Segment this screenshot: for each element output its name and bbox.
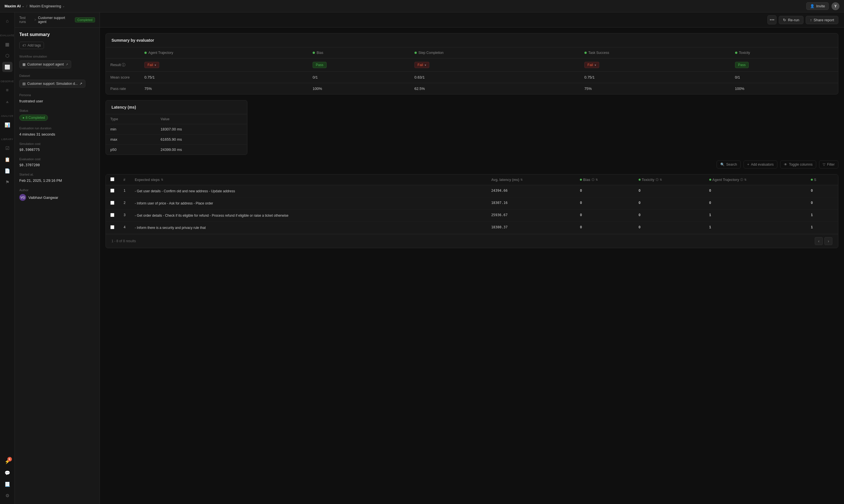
row-avg-latency: 24394.66 [487,185,575,197]
invite-button[interactable]: 👤 Invite [806,2,829,10]
pass-rate-label: Pass rate [110,87,135,91]
row-result: Result ⓘ Fail ▾ Pass Fail ▾ Fail ▾ Pass [106,58,838,72]
share-report-button[interactable]: ↑ Share report [806,16,838,24]
search-button[interactable]: 🔍 Search [717,161,741,168]
toggle-columns-label: Toggle columns [789,163,812,166]
row-agent-trajectory: 1 [705,210,807,222]
toxicity-col-info: ⓘ [656,178,659,182]
bias-col-sort[interactable]: ⇅ [595,178,598,181]
col-agent-label: Agent Trajectory [148,51,173,55]
prev-page-button[interactable]: ‹ [815,237,823,245]
nav-icon-analyze[interactable]: 📊 [2,120,13,130]
breadcrumb-test-runs[interactable]: Test runs [19,16,33,24]
select-all-checkbox[interactable] [110,177,114,181]
row-checkbox[interactable] [110,225,114,229]
add-evaluators-button[interactable]: + Add evaluators [743,161,777,168]
author-name: Vaibhavi Gangwar [29,195,58,200]
brand-chevron-icon: ⌄ [22,4,24,8]
latency-min-type: min [106,124,156,134]
plus-icon: + [747,163,749,166]
toxicity-col-sort[interactable]: ⇅ [660,178,662,181]
passrate-toxicity: 100% [731,83,838,94]
nav-icon-library-1[interactable]: ☑ [2,143,13,153]
nav-icon-home[interactable]: ⌂ [2,16,13,26]
row-agent-trajectory: 0 [705,197,807,210]
filter-label: Filter [827,163,834,166]
result-pass-toxicity: Pass [735,62,749,68]
row-extra: 1 [806,210,838,222]
dataset-chip[interactable]: ▤ Customer support: Simulation d... ↗ [19,80,85,88]
dataset-label: Dataset [19,74,95,77]
toxicity-col-dot [639,179,641,181]
agent-traj-sort[interactable]: ⇅ [744,178,747,181]
author-avatar: VG [19,194,26,201]
more-button[interactable]: ••• [767,15,776,24]
project-chevron-icon: ⌄ [62,4,65,8]
icon-nav: ⌂ EVALUATE ▦ ⬡ ⬜ OBSERVE ≡ ⟁ ANALYZE 📊 L… [0,13,15,504]
next-page-button[interactable]: › [824,237,832,245]
nav-icon-library-4[interactable]: ⚑ [2,177,13,187]
table-row[interactable]: 2 - Inform user of price - Ask for addre… [106,197,838,210]
nav-icon-notifications[interactable]: ⚡ 5 [2,456,13,467]
nav-icon-evaluate-2[interactable]: ⬡ [2,51,13,61]
filter-icon-task[interactable]: ▾ [595,64,596,67]
row-checkbox[interactable] [110,213,114,217]
row-toxicity: 0 [634,210,705,222]
nav-icon-docs[interactable]: 📃 [2,479,13,489]
nav-icon-chat[interactable]: 💬 [2,468,13,478]
row-bias: 0 [575,222,634,234]
filter-button[interactable]: ▽ Filter [819,161,838,168]
row-checkbox[interactable] [110,188,114,193]
agent-traj-info: ⓘ [740,178,743,182]
workflow-label: Workflow simulation [19,55,95,58]
avg-latency-sort[interactable]: ⇅ [520,178,523,181]
add-tags-button[interactable]: 🏷 Add tags [19,42,44,49]
expected-steps-sort[interactable]: ⇅ [161,178,163,181]
filter-icon-step[interactable]: ▾ [425,64,426,67]
filter-icon-main: ▽ [823,163,825,166]
toggle-columns-button[interactable]: 👁 Toggle columns [780,161,816,168]
sidebar: Test runs > Customer support agent Compl… [15,13,100,504]
nav-icon-evaluate-1[interactable]: ▦ [2,39,13,49]
started-label: Started at. [19,173,95,176]
eval-dot-bias [312,52,315,54]
nav-icon-library-3[interactable]: 📄 [2,166,13,176]
evaluator-table: Agent Trajectory Bias [106,47,838,94]
eval-dot-agent [144,52,147,54]
table-row[interactable]: 3 - Get order details - Check if its eli… [106,210,838,222]
bias-col: Bias ⓘ ⇅ [575,175,634,185]
sim-cost-section: Simulation cost $0.5908775 [19,142,95,152]
workflow-chip[interactable]: ▦ Customer support agent ↗ [19,60,71,68]
passrate-bias: 100% [308,83,410,94]
nav-icon-observe-1[interactable]: ≡ [2,85,13,95]
tag-icon: 🏷 [22,43,26,47]
project-selector[interactable]: Maxim Engineering ⌄ [30,4,65,8]
user-avatar[interactable]: Y [831,2,840,10]
row-num: 3 [119,210,130,222]
persona-label: Persona [19,93,95,97]
table-row[interactable]: 1 - Get user details - Confirm old and n… [106,185,838,197]
observe-label: OBSERVE [1,78,14,84]
mean-task: 0.75/1 [580,72,731,83]
summary-evaluator-card: Summary by evaluator Agent Trajectory [106,33,838,94]
bias-col-label: Bias [583,178,590,182]
row-num: 2 [119,197,130,210]
nav-icon-observe-2[interactable]: ⟁ [2,96,13,107]
row-checkbox[interactable] [110,201,114,205]
table-row[interactable]: 4 - Inform there is a security and priva… [106,222,838,234]
nav-icon-settings[interactable]: ⚙ [2,490,13,501]
brand-logo[interactable]: Maxim AI ⌄ [4,4,24,8]
mean-step: 0.63/1 [410,72,580,83]
rerun-button[interactable]: ↻ Re-run [779,16,804,24]
latency-row-min: min 18307.00 ms [106,124,247,134]
agent-traj-label: Agent Trajectory [712,178,739,182]
nav-icon-evaluate-3[interactable]: ⬜ [2,62,13,72]
latency-row-p50: p50 24399.00 ms [106,145,247,155]
nav-icon-library-2[interactable]: 📋 [2,154,13,164]
row-toxicity: 0 [634,185,705,197]
dataset-external-link-icon: ↗ [79,82,82,86]
filter-icon-agent[interactable]: ▾ [155,64,156,67]
search-icon: 🔍 [720,163,724,166]
row-num: 4 [119,222,130,234]
row-agent-trajectory: 1 [705,222,807,234]
